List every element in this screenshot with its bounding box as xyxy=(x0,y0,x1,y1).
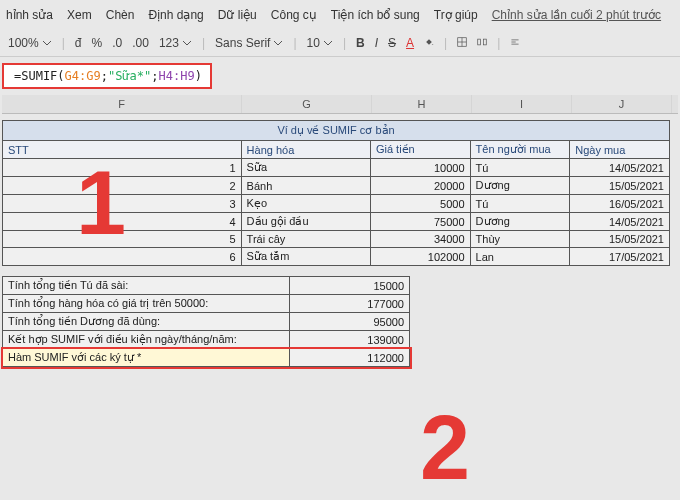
number-format-select[interactable]: 123 xyxy=(159,36,192,50)
fill-color-button[interactable] xyxy=(424,36,434,50)
cell[interactable]: 10000 xyxy=(370,159,470,177)
menu-bar: hỉnh sửa Xem Chèn Định dạng Dữ liệu Công… xyxy=(0,0,680,30)
chevron-down-icon xyxy=(42,38,52,48)
cell[interactable]: Sữa tắm xyxy=(241,248,370,266)
menu-addons[interactable]: Tiện ích bổ sung xyxy=(331,8,420,22)
formula-bar[interactable]: =SUMIF(G4:G9;"Sữa*";H4:H9) xyxy=(2,63,212,89)
menu-data[interactable]: Dữ liệu xyxy=(218,8,257,22)
column-headers: F G H I J xyxy=(2,95,678,114)
summary-label[interactable]: Hàm SUMIF với các ký tự * xyxy=(3,349,290,367)
cell[interactable]: Kẹo xyxy=(241,195,370,213)
cell[interactable]: 75000 xyxy=(370,213,470,231)
summary-table: Tính tổng tiền Tú đã sài: 15000 Tính tổn… xyxy=(2,276,410,367)
header-ten-nguoi-mua[interactable]: Tên người mua xyxy=(470,141,570,159)
header-gia-tien[interactable]: Giá tiền xyxy=(370,141,470,159)
text-color-button[interactable]: A xyxy=(406,36,414,50)
chevron-down-icon xyxy=(182,38,192,48)
summary-row: Tính tổng tiền Dương đã dùng: 95000 xyxy=(3,313,410,331)
formula-bar-area: =SUMIF(G4:G9;"Sữa*";H4:H9) xyxy=(0,57,680,95)
paint-bucket-icon xyxy=(424,37,434,47)
svg-rect-3 xyxy=(478,39,481,45)
menu-format[interactable]: Định dạng xyxy=(148,8,203,22)
summary-value[interactable]: 15000 xyxy=(290,277,410,295)
increase-decimal-button[interactable]: .00 xyxy=(132,36,149,50)
cell[interactable]: 15/05/2021 xyxy=(570,177,670,195)
align-icon xyxy=(510,37,520,47)
col-header-i[interactable]: I xyxy=(472,95,572,113)
decrease-decimal-button[interactable]: .0 xyxy=(112,36,122,50)
cell[interactable]: Thùy xyxy=(470,231,570,248)
cell[interactable]: 5000 xyxy=(370,195,470,213)
summary-value[interactable]: 139000 xyxy=(290,331,410,349)
strikethrough-button[interactable]: S xyxy=(388,36,396,50)
cell[interactable]: 17/05/2021 xyxy=(570,248,670,266)
cell[interactable]: Dương xyxy=(470,213,570,231)
col-header-j[interactable]: J xyxy=(572,95,672,113)
merge-cells-button[interactable] xyxy=(477,36,487,50)
menu-help[interactable]: Trợ giúp xyxy=(434,8,478,22)
callout-number-2: 2 xyxy=(420,403,470,493)
font-family-select[interactable]: Sans Serif xyxy=(215,36,283,50)
borders-button[interactable] xyxy=(457,36,467,50)
summary-row: Tính tổng tiền Tú đã sài: 15000 xyxy=(3,277,410,295)
font-size-select[interactable]: 10 xyxy=(307,36,333,50)
cell[interactable]: Lan xyxy=(470,248,570,266)
summary-row: Tính tổng hàng hóa có giá trị trên 50000… xyxy=(3,295,410,313)
table-title[interactable]: Ví dụ về SUMIF cơ bản xyxy=(3,121,670,141)
callout-number-1: 1 xyxy=(76,158,126,248)
italic-button[interactable]: I xyxy=(375,36,378,50)
cell[interactable]: 14/05/2021 xyxy=(570,159,670,177)
header-ngay-mua[interactable]: Ngày mua xyxy=(570,141,670,159)
horizontal-align-button[interactable] xyxy=(510,36,520,50)
col-header-g[interactable]: G xyxy=(242,95,372,113)
cell[interactable]: 102000 xyxy=(370,248,470,266)
cell[interactable]: 34000 xyxy=(370,231,470,248)
bold-button[interactable]: B xyxy=(356,36,365,50)
menu-view[interactable]: Xem xyxy=(67,8,92,22)
chevron-down-icon xyxy=(323,38,333,48)
summary-row: Kết hợp SUMIF với điều kiện ngày/tháng/n… xyxy=(3,331,410,349)
cell[interactable]: Bánh xyxy=(241,177,370,195)
cell[interactable]: Sữa xyxy=(241,159,370,177)
last-edit-status[interactable]: Chỉnh sửa lần cuối 2 phút trước xyxy=(492,8,661,22)
header-hang-hoa[interactable]: Hàng hóa xyxy=(241,141,370,159)
cell[interactable]: 20000 xyxy=(370,177,470,195)
borders-icon xyxy=(457,37,467,47)
cell[interactable]: Dầu gội đầu xyxy=(241,213,370,231)
summary-label[interactable]: Kết hợp SUMIF với điều kiện ngày/tháng/n… xyxy=(3,331,290,349)
menu-edit[interactable]: hỉnh sửa xyxy=(6,8,53,22)
svg-rect-4 xyxy=(484,39,487,45)
merge-icon xyxy=(477,37,487,47)
col-header-f[interactable]: F xyxy=(2,95,242,113)
cell[interactable]: Tú xyxy=(470,195,570,213)
summary-label[interactable]: Tính tổng tiền Dương đã dùng: xyxy=(3,313,290,331)
menu-insert[interactable]: Chèn xyxy=(106,8,135,22)
percent-button[interactable]: % xyxy=(92,36,103,50)
cell[interactable]: 14/05/2021 xyxy=(570,213,670,231)
currency-button[interactable]: đ xyxy=(75,36,82,50)
cell[interactable]: Tú xyxy=(470,159,570,177)
cell[interactable]: 15/05/2021 xyxy=(570,231,670,248)
summary-label[interactable]: Tính tổng hàng hóa có giá trị trên 50000… xyxy=(3,295,290,313)
summary-label[interactable]: Tính tổng tiền Tú đã sài: xyxy=(3,277,290,295)
summary-value[interactable]: 112000 xyxy=(290,349,410,367)
cell[interactable]: 16/05/2021 xyxy=(570,195,670,213)
summary-row-highlighted: Hàm SUMIF với các ký tự * 112000 xyxy=(3,349,410,367)
col-header-h[interactable]: H xyxy=(372,95,472,113)
zoom-select[interactable]: 100% xyxy=(8,36,52,50)
toolbar: 100% | đ % .0 .00 123 | Sans Serif | 10 … xyxy=(0,30,680,57)
chevron-down-icon xyxy=(273,38,283,48)
summary-value[interactable]: 177000 xyxy=(290,295,410,313)
summary-value[interactable]: 95000 xyxy=(290,313,410,331)
cell[interactable]: Trái cây xyxy=(241,231,370,248)
menu-tools[interactable]: Công cụ xyxy=(271,8,317,22)
cell[interactable]: Dương xyxy=(470,177,570,195)
